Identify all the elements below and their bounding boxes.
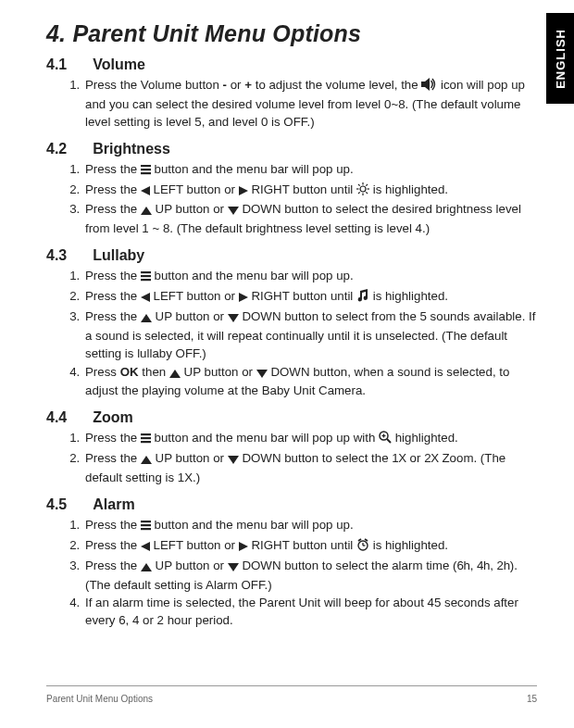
section-number: 4.4 <box>46 409 67 426</box>
list-item: Press the Volume button - or + to adjust… <box>83 77 537 132</box>
page-title: 4. Parent Unit Menu Options <box>46 20 537 47</box>
text: Press <box>85 365 120 379</box>
section-heading-brightness: 4.2 Brightness <box>46 141 537 157</box>
section-label: Zoom <box>93 409 133 426</box>
text: UP button or <box>152 559 228 572</box>
list-item: Press the UP button or DOWN button to se… <box>83 450 537 487</box>
list-item: Press the UP button or DOWN button to se… <box>83 558 537 595</box>
left-arrow-icon <box>141 290 150 308</box>
text: Press the Volume button <box>85 78 223 92</box>
text: or <box>406 451 424 465</box>
right-arrow-icon <box>239 183 248 201</box>
list-item: Press the LEFT button or RIGHT button un… <box>83 288 537 308</box>
list-item: Press the UP button or DOWN button to se… <box>83 201 537 238</box>
text: LEFT button or <box>150 182 239 196</box>
text: RIGHT button until <box>248 538 356 552</box>
text: Press the <box>85 309 141 323</box>
alarm-steps: Press the button and the menu bar will p… <box>46 517 537 630</box>
left-arrow-icon <box>141 183 150 201</box>
text: LEFT button or <box>150 289 239 303</box>
text: highlighted. <box>392 431 458 445</box>
text: , <box>470 559 477 572</box>
list-item: If an alarm time is selected, the Parent… <box>83 595 537 630</box>
section-label: Brightness <box>93 141 170 157</box>
up-arrow-icon <box>141 203 152 220</box>
music-icon <box>356 289 369 308</box>
text: UP button or <box>152 309 228 323</box>
text: is highlighted. <box>369 289 448 303</box>
down-arrow-icon <box>228 310 239 328</box>
text: Press the <box>85 202 141 216</box>
left-arrow-icon <box>141 539 150 557</box>
text: Press the <box>85 538 141 552</box>
volume-steps: Press the Volume button - or + to adjust… <box>46 77 537 132</box>
text: Press the <box>85 559 141 572</box>
zoom-steps: Press the button and the menu bar will p… <box>46 430 537 487</box>
text: button and the menu bar will pop up. <box>151 269 354 282</box>
list-item: Press the button and the menu bar will p… <box>83 517 537 536</box>
section-heading-volume: 4.1 Volume <box>46 56 537 73</box>
language-tab: ENGLISH <box>546 13 574 104</box>
footer-title: Parent Unit Menu Options <box>46 694 153 704</box>
section-number: 4.1 <box>46 56 67 73</box>
plus-symbol: + <box>244 78 252 92</box>
text: UP button or <box>152 202 228 216</box>
section-heading-zoom: 4.4 Zoom <box>46 409 537 426</box>
text: RIGHT button until <box>248 289 356 303</box>
brightness-icon <box>356 182 369 201</box>
section-label: Volume <box>93 56 145 73</box>
list-item: Press the UP button or DOWN button to se… <box>83 308 537 363</box>
speaker-icon <box>421 78 437 96</box>
text: is highlighted. <box>369 182 448 196</box>
text: Press the <box>85 518 141 532</box>
up-arrow-icon <box>169 366 181 383</box>
text: then <box>139 365 169 379</box>
six-h-label: 6h <box>456 559 469 572</box>
text: Press the <box>85 162 141 176</box>
section-heading-alarm: 4.5 Alarm <box>46 496 537 513</box>
list-item: Press the button and the menu bar will p… <box>83 268 537 287</box>
text: RIGHT button until <box>248 182 356 196</box>
document-page: ENGLISH 4. Parent Unit Menu Options 4.1 … <box>0 0 574 728</box>
alarm-clock-icon <box>356 538 369 557</box>
menu-icon <box>141 519 151 536</box>
section-heading-lullaby: 4.3 Lullaby <box>46 247 537 264</box>
section-number: 4.5 <box>46 496 67 513</box>
list-item: Press the button and the menu bar will p… <box>83 161 537 181</box>
down-arrow-icon <box>228 559 239 577</box>
text: DOWN button to select the <box>239 451 393 465</box>
language-label: ENGLISH <box>554 29 568 89</box>
menu-icon <box>141 432 151 449</box>
text: Press the <box>85 269 141 282</box>
list-item: Press the button and the menu bar will p… <box>83 430 537 449</box>
one-x-label: 1X <box>392 451 406 465</box>
list-item: Press the LEFT button or RIGHT button un… <box>83 182 537 201</box>
text: or <box>227 78 244 92</box>
text: to adjust the volume level, the <box>252 78 421 92</box>
text: Press the <box>85 182 141 196</box>
text: Press the <box>85 289 141 303</box>
text: button and the menu bar will pop up. <box>151 162 354 176</box>
right-arrow-icon <box>239 539 248 557</box>
ok-label: OK <box>120 365 139 379</box>
section-number: 4.3 <box>46 247 67 264</box>
list-item: Press the LEFT button or RIGHT button un… <box>83 537 537 557</box>
text: Press the <box>85 431 141 445</box>
up-arrow-icon <box>141 559 152 577</box>
four-h-label: 4h <box>477 559 490 572</box>
two-x-label: 2X <box>424 451 439 465</box>
page-footer: Parent Unit Menu Options 15 <box>46 685 537 704</box>
zoom-icon <box>379 431 392 449</box>
menu-icon <box>141 163 151 181</box>
text: Press the <box>85 451 141 465</box>
down-arrow-icon <box>256 366 268 383</box>
menu-icon <box>141 270 151 287</box>
text: LEFT button or <box>150 538 239 552</box>
up-arrow-icon <box>141 310 152 328</box>
two-h-label: 2h <box>497 559 510 572</box>
brightness-steps: Press the button and the menu bar will p… <box>46 161 537 239</box>
text: button and the menu bar will pop up. <box>151 518 354 532</box>
text: UP button or <box>152 451 228 465</box>
section-label: Alarm <box>93 496 134 513</box>
section-number: 4.2 <box>46 141 67 157</box>
